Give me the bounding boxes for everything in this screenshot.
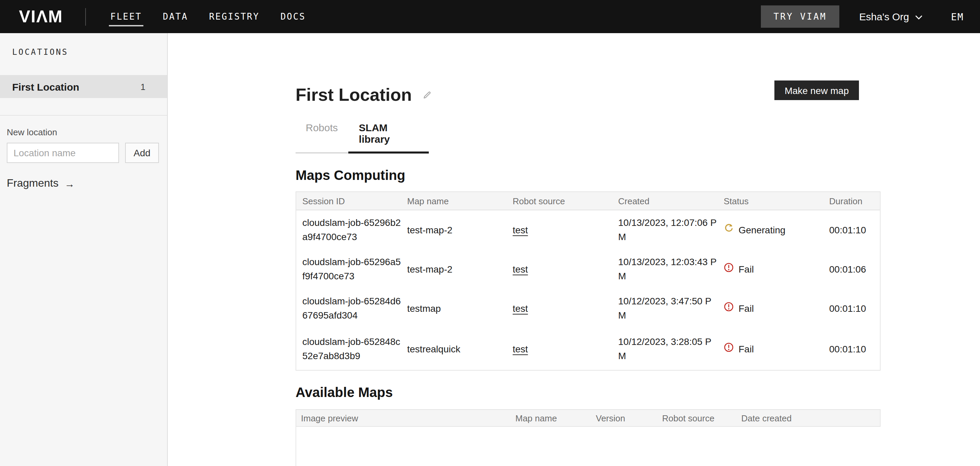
nav-divider (85, 8, 86, 25)
make-new-map-button[interactable]: Make new map (775, 81, 859, 100)
table-row: cloudslam-job-65296b2a9f4700ce73 test-ma… (296, 210, 880, 250)
tab-slam-library[interactable]: SLAM library (348, 116, 429, 152)
created-timestamp: 10/13/2023, 12:07:06 PM (612, 216, 718, 244)
nav-link-fleet[interactable]: FLEET (109, 7, 143, 26)
user-avatar-initials[interactable]: EM (951, 11, 964, 22)
maps-computing-title: Maps Computing (296, 167, 881, 183)
table-row: cloudslam-job-652848c52e7ab8d3b9 testrea… (296, 328, 880, 370)
session-id: cloudslam-job-65284d667695afd304 (296, 294, 401, 323)
col-status: Status (718, 196, 823, 206)
sidebar-item-first-location[interactable]: First Location 1 (0, 75, 167, 98)
viam-logo[interactable]: VIΛM (19, 7, 63, 26)
maps-computing-table: Session ID Map name Robot source Created… (296, 191, 881, 371)
session-id: cloudslam-job-65296a5f9f4700ce73 (296, 255, 401, 283)
status-cell: Fail (718, 301, 823, 315)
alert-icon (724, 342, 734, 356)
col-image-preview: Image preview (296, 413, 511, 423)
location-name: First Location (12, 81, 79, 92)
duration: 00:01:10 (823, 301, 880, 315)
add-location-button[interactable]: Add (125, 143, 159, 163)
duration: 00:01:06 (823, 262, 880, 276)
table-row: cloudslam-job-65296a5f9f4700ce73 test-ma… (296, 250, 880, 289)
locations-sidebar: LOCATIONS First Location 1 New location … (0, 33, 168, 466)
col-robot-source: Robot source (657, 413, 737, 423)
col-robot-source: Robot source (507, 196, 612, 206)
col-duration: Duration (823, 196, 880, 206)
map-name: test-map-2 (401, 223, 507, 237)
page-title: First Location (296, 84, 412, 105)
robot-source-link[interactable]: test (513, 303, 528, 313)
main-area: First Location Make new map Robots SLAM … (169, 33, 980, 466)
alert-icon (724, 301, 734, 315)
duration: 00:01:10 (823, 342, 880, 356)
status-label: Generating (738, 223, 786, 237)
alert-icon (724, 262, 734, 276)
session-id: cloudslam-job-65296b2a9f4700ce73 (296, 216, 401, 244)
status-cell: Generating (718, 223, 823, 237)
available-maps-title: Available Maps (296, 384, 881, 401)
col-created: Created (612, 196, 718, 206)
try-viam-button[interactable]: TRY VIAM (761, 5, 840, 28)
nav-links: FLEET DATA REGISTRY DOCS (109, 7, 307, 26)
top-nav: VIΛM FLEET DATA REGISTRY DOCS TRY VIAM E… (0, 0, 980, 33)
status-cell: Fail (718, 342, 823, 356)
fragments-link[interactable]: Fragments → (7, 177, 167, 189)
app-root: VIΛM FLEET DATA REGISTRY DOCS TRY VIAM E… (0, 0, 980, 466)
robot-source-link[interactable]: test (513, 343, 528, 354)
org-name: Esha's Org (859, 11, 909, 22)
created-timestamp: 10/12/2023, 3:28:05 PM (612, 335, 718, 363)
tab-robots[interactable]: Robots (296, 116, 348, 152)
robot-source-link[interactable]: test (513, 264, 528, 274)
available-maps-header-row: Image preview Map name Version Robot sou… (296, 410, 880, 426)
duration: 00:01:10 (823, 223, 880, 237)
available-maps-table-header: Image preview Map name Version Robot sou… (296, 409, 881, 427)
status-label: Fail (738, 342, 754, 356)
status-cell: Fail (718, 262, 823, 276)
session-id: cloudslam-job-652848c52e7ab8d3b9 (296, 335, 401, 363)
available-maps-empty-body (296, 427, 881, 466)
nav-link-registry[interactable]: REGISTRY (208, 7, 261, 26)
nav-link-docs[interactable]: DOCS (279, 7, 307, 26)
fragments-label: Fragments (7, 177, 59, 189)
chevron-down-icon (909, 11, 923, 22)
refresh-icon (724, 223, 734, 237)
arrow-right-icon: → (65, 178, 75, 189)
status-label: Fail (738, 262, 754, 276)
map-name: test-map-2 (401, 262, 507, 276)
col-date-created: Date created (737, 413, 880, 423)
edit-pencil-icon[interactable] (423, 90, 431, 99)
robot-source-link[interactable]: test (513, 224, 528, 235)
created-timestamp: 10/12/2023, 3:47:50 PM (612, 294, 718, 323)
map-name: testmap (401, 301, 507, 315)
col-map-name: Map name (511, 413, 591, 423)
nav-right: TRY VIAM Esha's Org EM (761, 5, 969, 28)
created-timestamp: 10/13/2023, 12:03:43 PM (612, 255, 718, 283)
new-location-form: Add (7, 143, 167, 163)
col-session-id: Session ID (296, 196, 401, 206)
map-name: testrealquick (401, 342, 507, 356)
new-location-label: New location (7, 127, 167, 138)
status-label: Fail (738, 301, 754, 315)
location-name-input[interactable] (7, 143, 119, 163)
content-column: First Location Make new map Robots SLAM … (296, 33, 881, 466)
location-robot-count: 1 (141, 81, 145, 92)
org-switcher[interactable]: Esha's Org (859, 11, 923, 22)
sidebar-divider (0, 115, 167, 116)
col-version: Version (591, 413, 657, 423)
sidebar-heading: LOCATIONS (0, 33, 167, 57)
nav-link-data[interactable]: DATA (162, 7, 190, 26)
table-row: cloudslam-job-65284d667695afd304 testmap… (296, 289, 880, 328)
col-map-name: Map name (401, 196, 507, 206)
location-tabs: Robots SLAM library (296, 116, 429, 154)
maps-computing-header-row: Session ID Map name Robot source Created… (296, 192, 880, 210)
